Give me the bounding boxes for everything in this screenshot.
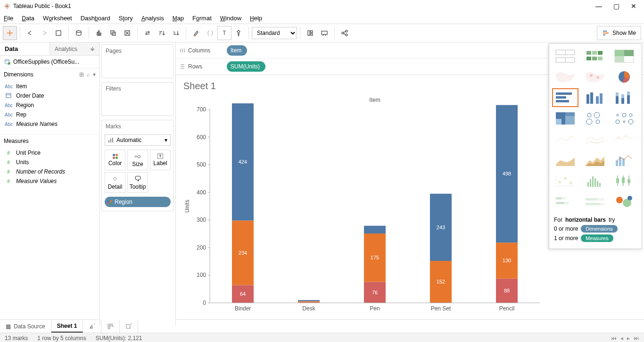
menu-dashboard[interactable]: Dashboard <box>81 15 110 22</box>
showme-chart-type-9[interactable] <box>552 109 578 128</box>
showme-chart-type-13 <box>582 130 608 149</box>
field-number-of-records[interactable]: #Number of Records <box>0 167 99 176</box>
share-button[interactable] <box>338 26 352 40</box>
showme-chart-type-20[interactable] <box>611 171 637 190</box>
show-cards-button[interactable] <box>303 26 317 40</box>
svg-rect-186 <box>126 325 130 328</box>
showme-chart-type-23[interactable] <box>611 192 637 211</box>
showme-chart-type-0[interactable] <box>552 47 578 66</box>
tab-data[interactable]: Data <box>0 42 50 55</box>
svg-text:0: 0 <box>203 300 206 306</box>
showme-chart-type-14 <box>611 130 637 149</box>
clear-button[interactable] <box>120 26 134 40</box>
new-worksheet-button[interactable] <box>92 26 106 40</box>
maximize-button[interactable]: ▢ <box>613 2 619 10</box>
sort-asc-button[interactable] <box>155 26 169 40</box>
menu-help[interactable]: Help <box>250 15 262 22</box>
menu-story[interactable]: Story <box>119 15 133 22</box>
new-story-tab[interactable]: + <box>120 320 138 333</box>
undo-button[interactable] <box>23 26 37 40</box>
color-dots-icon <box>107 200 112 204</box>
tab-analytics[interactable]: Analytics≑ <box>50 42 99 55</box>
new-worksheet-tab[interactable]: + <box>83 320 101 333</box>
pin-button[interactable] <box>231 26 246 40</box>
showme-chart-type-19[interactable] <box>582 171 608 190</box>
showme-chart-type-6[interactable] <box>552 88 578 107</box>
datasource-row[interactable]: OfficeSupplies (OfficeSu... <box>0 56 99 68</box>
swap-button[interactable] <box>140 26 155 40</box>
fit-select[interactable]: Standard <box>252 27 297 39</box>
duplicate-button[interactable] <box>106 26 120 40</box>
marks-label-button[interactable]: TLabel <box>150 150 171 170</box>
svg-rect-180 <box>91 325 92 329</box>
view-icon[interactable]: ⊞ <box>79 71 84 78</box>
svg-rect-179 <box>90 326 91 329</box>
rows-pill-sumunits[interactable]: SUM(Units) <box>227 61 265 72</box>
showme-chart-type-2[interactable] <box>611 47 637 66</box>
field-label: Rep <box>16 111 26 118</box>
menu-file[interactable]: File <box>4 15 13 22</box>
new-datasource-button[interactable] <box>72 26 86 40</box>
svg-rect-158 <box>592 176 594 187</box>
text-button[interactable]: T <box>217 26 231 40</box>
redo-button[interactable] <box>37 26 51 40</box>
minimize-button[interactable]: — <box>595 2 602 10</box>
showme-chart-type-11[interactable] <box>611 109 637 128</box>
marks-color-button[interactable]: Color <box>105 150 125 170</box>
svg-rect-182 <box>108 324 110 326</box>
field-label: Measure Values <box>16 178 57 184</box>
showme-chart-type-8[interactable] <box>611 88 637 107</box>
presentation-button[interactable] <box>317 26 331 40</box>
field-label: Order Date <box>16 92 44 99</box>
menu-worksheet[interactable]: Worksheet <box>43 15 72 22</box>
showme-chart-type-7[interactable] <box>582 88 608 107</box>
field-order-date[interactable]: Order Date <box>0 91 99 100</box>
menu-data[interactable]: Data <box>22 15 34 22</box>
showme-chart-type-1[interactable] <box>582 47 608 66</box>
save-button[interactable] <box>51 26 66 40</box>
marks-detail-button[interactable]: ⁘Detail <box>105 172 125 193</box>
tab-sheet1[interactable]: Sheet 1 <box>51 320 83 333</box>
highlight-button[interactable] <box>189 26 203 40</box>
showme-chart-type-4 <box>582 67 608 86</box>
showme-chart-type-15[interactable] <box>552 150 578 169</box>
showme-chart-type-5[interactable] <box>611 67 637 86</box>
menu-map[interactable]: Map <box>173 15 184 22</box>
field-region[interactable]: AbcRegion <box>0 100 99 110</box>
new-dashboard-tab[interactable]: + <box>101 320 120 333</box>
svg-rect-167 <box>627 179 630 183</box>
marks-color-pill[interactable]: Region <box>105 197 171 207</box>
tableau-start-button[interactable] <box>3 26 17 40</box>
status-pagers[interactable]: ⏮◂▸⏭ <box>611 335 639 342</box>
columns-icon <box>180 48 185 53</box>
showme-chart-type-16[interactable] <box>582 150 608 169</box>
field-unit-price[interactable]: #Unit Price <box>0 148 99 158</box>
field-measure-names[interactable]: AbcMeasure Names <box>0 119 99 129</box>
field-item[interactable]: AbcItem <box>0 82 99 91</box>
columns-pill-item[interactable]: Item <box>227 45 247 56</box>
group-button[interactable] <box>203 26 217 40</box>
menu-analysis[interactable]: Analysis <box>141 15 164 22</box>
sort-desc-button[interactable] <box>169 26 183 40</box>
search-icon[interactable]: ⌕ <box>87 71 90 78</box>
close-button[interactable]: ✕ <box>631 2 636 10</box>
marks-tooltip-button[interactable]: 🗨Tooltip <box>127 172 148 193</box>
show-me-button[interactable]: Show Me <box>597 26 641 40</box>
field-measure-values[interactable]: #Measure Values <box>0 176 99 186</box>
menu-window[interactable]: Window <box>220 15 241 22</box>
menu-icon[interactable]: ▾ <box>93 71 96 78</box>
svg-point-153 <box>570 182 572 184</box>
pages-shelf[interactable]: Pages <box>101 44 174 78</box>
tab-datasource[interactable]: ▦Data Source <box>0 320 51 333</box>
showme-chart-type-17[interactable] <box>611 150 637 169</box>
menu-format[interactable]: Format <box>192 15 212 22</box>
field-rep[interactable]: AbcRep <box>0 110 99 119</box>
chart[interactable]: Item0100200300400500600700Units64234424B… <box>182 95 549 322</box>
marks-size-button[interactable]: ◦○Size <box>127 150 148 170</box>
svg-rect-129 <box>627 95 630 104</box>
field-units[interactable]: #Units <box>0 158 99 167</box>
showme-chart-type-10[interactable] <box>582 109 608 128</box>
filters-shelf[interactable]: Filters <box>101 82 174 116</box>
window-title: Tableau Public - Book1 <box>13 3 71 9</box>
marks-type-select[interactable]: Automatic ▾ <box>105 134 171 146</box>
